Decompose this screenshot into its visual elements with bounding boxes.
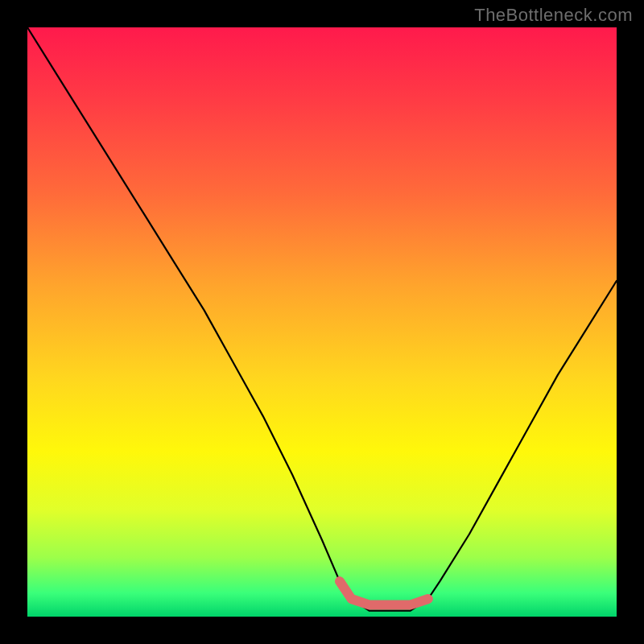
plot-area xyxy=(27,27,617,617)
bottleneck-curve-line xyxy=(27,27,617,611)
trough-highlight xyxy=(340,581,428,605)
chart-stage: TheBottleneck.com xyxy=(0,0,644,644)
curve-layer xyxy=(27,27,617,617)
watermark-label: TheBottleneck.com xyxy=(474,5,633,26)
